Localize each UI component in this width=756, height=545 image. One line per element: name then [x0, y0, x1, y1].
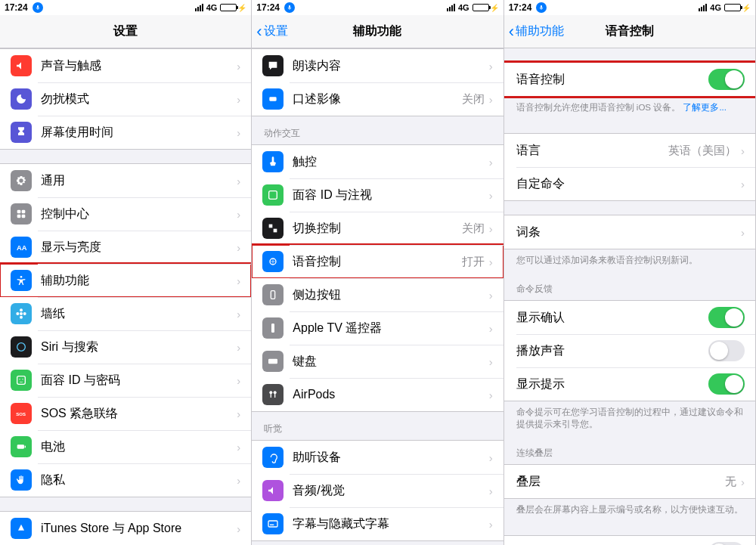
charging-icon: ⚡: [237, 4, 246, 12]
row-screentime[interactable]: 屏幕使用时间 ›: [0, 116, 251, 149]
row-subtitles[interactable]: 字幕与隐藏式字幕 ›: [252, 507, 503, 540]
row-battery[interactable]: 电池 ›: [0, 430, 251, 463]
row-faceid[interactable]: 面容 ID 与密码 ›: [0, 364, 251, 397]
row-language[interactable]: 语言 英语（美国） ›: [504, 134, 755, 167]
row-label: 播放声音: [516, 343, 708, 359]
row-label: 显示与亮度: [41, 240, 237, 255]
row-general[interactable]: 通用 ›: [0, 164, 251, 197]
sliders-icon: [11, 203, 32, 225]
chevron-left-icon: ‹: [509, 23, 514, 40]
svg-point-6: [20, 312, 23, 315]
chevron-right-icon: ›: [237, 441, 240, 454]
voice-control-list[interactable]: 语音控制 语音控制允许您使用语音控制 iOS 设备。 了解更多... 语言 英语…: [504, 48, 755, 545]
row-overlay[interactable]: 叠层 无 ›: [504, 465, 755, 498]
speaker-icon: [11, 55, 32, 76]
row-audio-visual[interactable]: 音频/视觉 ›: [252, 474, 503, 507]
subtitles-icon: [262, 513, 284, 534]
row-faceid-attention[interactable]: 面容 ID 与注视 ›: [252, 178, 503, 212]
attention-switch[interactable]: [708, 542, 745, 545]
feedback-footer: 命令提示可在您学习语音控制的过程中，通过建议命令和提供提示来引导您。: [504, 401, 755, 436]
row-side-button[interactable]: 侧边按钮 ›: [252, 278, 503, 311]
voice-control-switch[interactable]: [708, 69, 745, 90]
battery-icon: [220, 4, 237, 11]
row-attention-aware[interactable]: 注视感知: [504, 536, 755, 545]
row-hearing-devices[interactable]: 助听设备 ›: [252, 441, 503, 474]
chevron-right-icon: ›: [489, 189, 493, 202]
svg-rect-17: [25, 446, 26, 448]
row-voice-control[interactable]: 语音控制 打开 ›: [252, 245, 503, 278]
row-custom-commands[interactable]: 自定命令 ›: [504, 167, 755, 200]
svg-rect-21: [269, 191, 277, 200]
row-show-confirmation[interactable]: 显示确认: [504, 301, 755, 334]
row-wallpaper[interactable]: 墙纸 ›: [0, 297, 251, 330]
chevron-right-icon: ›: [237, 93, 240, 106]
row-label: iTunes Store 与 App Store: [41, 521, 237, 537]
chevron-right-icon: ›: [237, 308, 240, 320]
show-hints-switch[interactable]: [708, 373, 745, 395]
page-title: 设置: [0, 23, 251, 39]
row-keyboard[interactable]: 键盘 ›: [252, 345, 503, 378]
row-privacy[interactable]: 隐私 ›: [0, 463, 251, 497]
row-play-sound[interactable]: 播放声音: [504, 334, 755, 367]
faceid-icon: [262, 184, 284, 206]
row-label: 辅助功能: [41, 273, 237, 289]
chevron-right-icon: ›: [237, 341, 240, 354]
chevron-right-icon: ›: [237, 60, 240, 73]
accessibility-icon: [11, 270, 32, 291]
row-apple-tv-remote[interactable]: Apple TV 遥控器 ›: [252, 311, 503, 345]
chevron-right-icon: ›: [489, 289, 493, 302]
row-show-hints[interactable]: 显示提示: [504, 367, 755, 401]
row-sos[interactable]: SOS SOS 紧急联络 ›: [0, 397, 251, 430]
row-dnd[interactable]: 勿扰模式 ›: [0, 82, 251, 116]
row-vocabulary[interactable]: 词条 ›: [504, 215, 755, 249]
row-label: 字幕与隐藏式字幕: [293, 516, 488, 532]
svg-point-8: [20, 316, 23, 319]
row-label: 控制中心: [41, 206, 237, 222]
back-button[interactable]: ‹ 设置: [252, 23, 287, 40]
speech-bubble-icon: [262, 55, 284, 76]
row-detail: 关闭: [462, 221, 485, 236]
show-confirmation-switch[interactable]: [708, 307, 745, 328]
row-control-center[interactable]: 控制中心 ›: [0, 197, 251, 231]
row-spoken-content[interactable]: 朗读内容 ›: [252, 49, 503, 82]
row-touch[interactable]: 触控 ›: [252, 145, 503, 178]
svg-rect-31: [274, 394, 275, 398]
row-label: 勿扰模式: [41, 91, 237, 107]
row-label: 面容 ID 与注视: [293, 187, 488, 203]
play-sound-switch[interactable]: [708, 340, 745, 361]
learn-more-link[interactable]: 了解更多...: [683, 103, 727, 112]
settings-list[interactable]: 声音与触感 › 勿扰模式 › 屏幕使用时间 › 通用 › 控制中心: [0, 48, 251, 545]
airpods-icon: [262, 384, 284, 405]
row-accessibility[interactable]: 辅助功能 ›: [0, 264, 251, 297]
chevron-right-icon: ›: [237, 241, 240, 254]
svg-point-9: [16, 312, 19, 315]
row-label: AirPods: [293, 388, 488, 401]
row-label: 音频/视觉: [293, 483, 488, 499]
svg-rect-33: [270, 525, 274, 525]
battery-icon: [724, 4, 741, 11]
voice-control-icon: [262, 251, 284, 272]
accessibility-list[interactable]: 朗读内容 › 口述影像 关闭 › 动作交互 触控 › 面容 ID 与注视 ›: [252, 48, 503, 545]
row-sound-haptics[interactable]: 声音与触感 ›: [0, 49, 251, 82]
chevron-right-icon: ›: [741, 475, 745, 488]
row-switch-control[interactable]: 切换控制 关闭 ›: [252, 212, 503, 245]
row-airpods[interactable]: AirPods ›: [252, 378, 503, 411]
chevron-right-icon: ›: [489, 485, 493, 497]
row-label: 语言: [516, 143, 668, 159]
svg-text:SOS: SOS: [16, 412, 26, 416]
row-label: 朗读内容: [293, 58, 488, 74]
chevron-right-icon: ›: [489, 355, 493, 368]
svg-rect-0: [17, 210, 21, 214]
row-voice-control-toggle[interactable]: 语音控制: [504, 63, 755, 96]
row-itunes[interactable]: iTunes Store 与 App Store ›: [0, 512, 251, 545]
row-siri[interactable]: Siri 与搜索 ›: [0, 330, 251, 364]
back-button[interactable]: ‹ 辅助功能: [504, 23, 564, 40]
voice-control-footer: 语音控制允许您使用语音控制 iOS 设备。 了解更多...: [504, 97, 755, 119]
touch-icon: [262, 151, 284, 172]
moon-icon: [11, 88, 32, 110]
chevron-right-icon: ›: [489, 518, 493, 531]
appstore-icon: [11, 518, 32, 539]
svg-point-14: [22, 379, 23, 379]
row-audio-description[interactable]: 口述影像 关闭 ›: [252, 82, 503, 116]
row-display[interactable]: AA 显示与亮度 ›: [0, 231, 251, 264]
